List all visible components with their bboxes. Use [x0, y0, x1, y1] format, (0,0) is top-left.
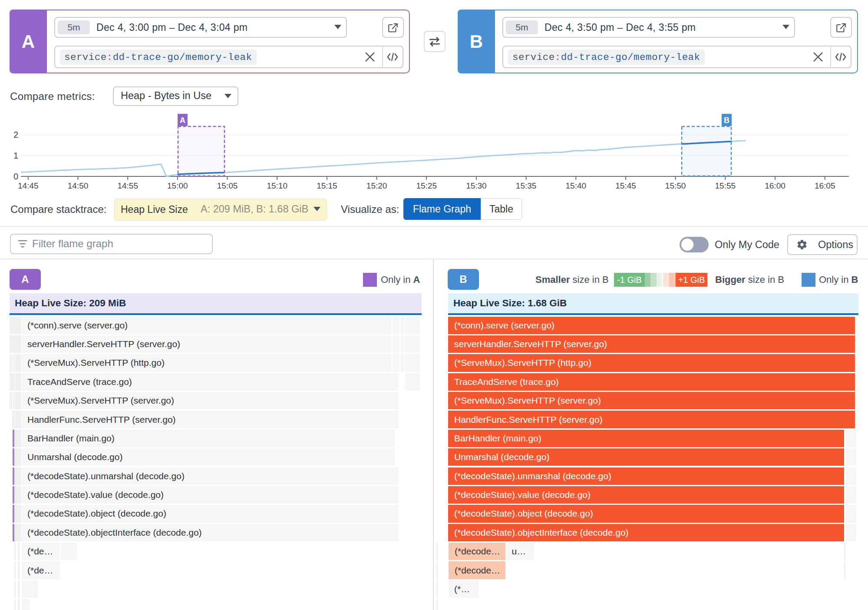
svg-text:15:45: 15:45 — [615, 181, 636, 190]
svg-text:15:35: 15:35 — [516, 181, 537, 190]
svg-text:2: 2 — [13, 130, 18, 139]
svg-text:15:50: 15:50 — [665, 181, 686, 190]
svg-text:15:25: 15:25 — [416, 181, 437, 190]
svg-text:14:50: 14:50 — [68, 181, 89, 190]
svg-text:15:30: 15:30 — [466, 181, 487, 190]
svg-text:A: A — [180, 116, 185, 125]
svg-text:15:10: 15:10 — [267, 181, 287, 190]
svg-text:B: B — [724, 116, 729, 125]
svg-text:14:55: 14:55 — [117, 181, 138, 190]
svg-text:14:45: 14:45 — [18, 181, 39, 190]
svg-text:15:05: 15:05 — [217, 181, 238, 190]
svg-text:15:00: 15:00 — [167, 181, 188, 190]
svg-text:15:55: 15:55 — [715, 181, 736, 190]
svg-text:15:20: 15:20 — [366, 181, 387, 190]
svg-text:0: 0 — [13, 172, 18, 181]
svg-text:1: 1 — [13, 151, 18, 160]
svg-text:16:05: 16:05 — [815, 181, 835, 190]
svg-text:15:15: 15:15 — [317, 181, 337, 190]
svg-text:15:40: 15:40 — [566, 181, 587, 190]
svg-text:16:00: 16:00 — [765, 181, 785, 190]
